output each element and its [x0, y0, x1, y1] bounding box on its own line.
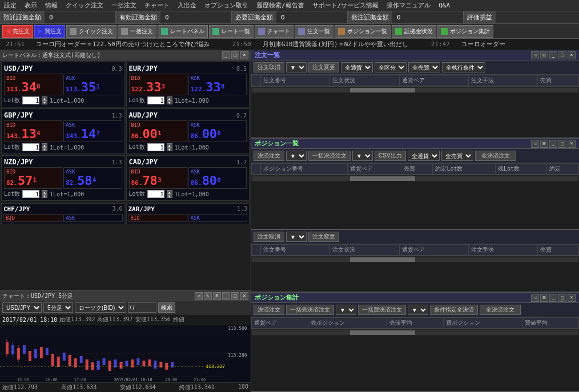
order-cancel-dropdown[interactable]: ▼ — [286, 62, 307, 72]
chart-panel-restore[interactable]: □ — [231, 292, 239, 300]
nzdjpy-bid-box[interactable]: BID 82.571 — [4, 167, 62, 189]
chart-style-select[interactable]: ローソク(BID) — [75, 302, 126, 313]
rate-panel-minimize[interactable]: _ — [222, 51, 230, 59]
audjpy-lot-down[interactable]: ▼ — [167, 147, 172, 151]
gbpjpy-lot-input[interactable] — [22, 143, 39, 151]
menu-view[interactable]: 表示 — [23, 1, 39, 10]
pos-list-icon1[interactable]: ◁ — [531, 140, 539, 148]
cadjpy-lot-down[interactable]: ▼ — [167, 194, 172, 198]
chfjpy-mini-bid[interactable]: BID — [3, 214, 62, 222]
pos-close-button[interactable]: 決済注文 — [254, 151, 284, 161]
order-list-button[interactable]: 注文一覧 — [295, 25, 333, 38]
chart-search-button[interactable]: 検索 — [158, 302, 175, 313]
order-side-filter[interactable]: 全売買 — [408, 62, 440, 72]
order-list-minimize[interactable]: _ — [549, 51, 557, 59]
pos-list-minimize[interactable]: _ — [549, 140, 557, 148]
usdjpy-lot-down[interactable]: ▼ — [42, 100, 47, 104]
eurjpy-lot-down[interactable]: ▼ — [167, 100, 172, 104]
pos-sum-close-button[interactable]: 決済注文 — [254, 305, 284, 315]
order-cancel-button[interactable]: 注文取消 — [254, 62, 284, 72]
eurjpy-lot-input[interactable] — [147, 96, 164, 104]
chart-timeframe-select[interactable]: 5分足 — [43, 302, 73, 313]
pos-close-all-dropdown[interactable]: ▼ — [352, 151, 373, 161]
order-cond-filter[interactable]: 全執行条件 — [442, 62, 485, 72]
pos-sum-close[interactable]: × — [568, 294, 576, 302]
pos-side-filter[interactable]: 全売買 — [441, 151, 473, 161]
gbpjpy-ask-box[interactable]: ASK 143.147 — [63, 120, 122, 142]
pos-currency-filter[interactable]: 全通貨 — [408, 151, 440, 161]
usdjpy-ask-box[interactable]: ASK 113.351 — [63, 74, 122, 95]
bulk-order-button[interactable]: 一括注文 — [118, 25, 156, 38]
order-currency-filter[interactable]: 全通貨 — [341, 62, 373, 72]
menu-support[interactable]: サポート/サービス情報 — [311, 1, 381, 10]
position-list-button[interactable]: ポジション一覧 — [335, 25, 391, 38]
order-type-filter[interactable]: 全区分 — [375, 62, 407, 72]
zarjpy-mini-ask[interactable]: ASK — [188, 214, 247, 222]
rate-panel-button[interactable]: レートパネル — [158, 25, 208, 38]
chart-button[interactable]: チャート — [255, 25, 293, 38]
order2-cancel-button[interactable]: 注文取消 — [254, 232, 284, 242]
menu-settings[interactable]: 設定 — [2, 1, 18, 10]
cadjpy-lot-up[interactable]: ▲ — [167, 190, 172, 194]
nzdjpy-lot-input[interactable] — [22, 190, 39, 198]
menu-history[interactable]: 履歴検索/報告書 — [255, 1, 306, 10]
order-list-icon2[interactable]: ⊞ — [540, 51, 548, 59]
chfjpy-mini-ask[interactable]: ASK — [63, 214, 122, 222]
menu-quick-order[interactable]: クイック注文 — [64, 1, 105, 10]
chart-panel-icon2[interactable]: ✎ — [204, 292, 212, 300]
pos-list-close[interactable]: × — [568, 140, 576, 148]
gbpjpy-lot-up[interactable]: ▲ — [42, 143, 47, 147]
chart-panel-minimize[interactable]: _ — [222, 292, 230, 300]
menu-options[interactable]: オプション取引 — [203, 1, 250, 10]
usdjpy-bid-box[interactable]: BID 113.348 — [4, 74, 62, 95]
pos-sum-close-all3-button[interactable]: 全決済注文 — [480, 305, 521, 315]
menu-manual[interactable]: 操作マニュアル — [385, 1, 432, 10]
audjpy-lot-input[interactable] — [147, 143, 164, 151]
rate-list-button[interactable]: レート一覧 — [209, 25, 254, 38]
menu-qa[interactable]: Q&A — [437, 2, 452, 9]
pos-summary-scrollbar[interactable] — [251, 329, 579, 336]
cadjpy-lot-input[interactable] — [147, 190, 164, 198]
eurjpy-ask-box[interactable]: ASK 122.338 — [188, 74, 247, 95]
gbpjpy-lot-down[interactable]: ▼ — [42, 147, 47, 151]
chart-panel-icon1[interactable]: ◁ — [195, 292, 203, 300]
order2-change-button[interactable]: 注文変更 — [308, 232, 339, 242]
pos-sum-close-all-dropdown[interactable]: ▼ — [336, 305, 356, 315]
eurjpy-lot-up[interactable]: ▲ — [167, 96, 172, 100]
chart-date-input[interactable] — [128, 302, 156, 313]
order-change-button[interactable]: 注文変更 — [308, 62, 339, 72]
eurjpy-bid-box[interactable]: BID 122.333 — [129, 74, 187, 95]
position-summary-button[interactable]: ポジション集計 — [437, 25, 493, 38]
usdjpy-lot-up[interactable]: ▲ — [42, 96, 47, 100]
chart-pair-select[interactable]: USD/JPY — [2, 302, 42, 313]
pos-list-restore[interactable]: □ — [558, 140, 566, 148]
cadjpy-bid-box[interactable]: BID 86.783 — [129, 167, 187, 189]
quick-order-button[interactable]: クイック注文 — [66, 25, 116, 38]
rate-panel-restore[interactable]: □ — [231, 51, 239, 59]
cadjpy-ask-box[interactable]: ASK 86.800 — [188, 167, 247, 189]
pos-csv-button[interactable]: CSV出力 — [375, 151, 406, 161]
margin-status-button[interactable]: 証拠金状況 — [392, 25, 436, 38]
pos-sum-restore[interactable]: □ — [558, 294, 566, 302]
order-list2-scrollbar[interactable] — [251, 256, 579, 262]
nzdjpy-lot-down[interactable]: ▼ — [42, 194, 47, 198]
pos-sum-minimize[interactable]: _ — [549, 294, 557, 302]
audjpy-ask-box[interactable]: ASK 86.008 — [188, 120, 247, 142]
chart-panel-close[interactable]: × — [240, 292, 248, 300]
pos-sum-close-all2-dropdown[interactable]: ▼ — [408, 305, 428, 315]
menu-bulk-order[interactable]: 一括注文 — [110, 1, 138, 10]
order-list-scrollbar[interactable] — [251, 86, 579, 93]
menu-chart[interactable]: チャート — [143, 1, 171, 10]
pos-close-all2-button[interactable]: 全決済注文 — [475, 151, 516, 161]
rate-panel-close[interactable]: × — [240, 51, 248, 59]
audjpy-bid-box[interactable]: BID 86.001 — [129, 120, 187, 142]
order-list-close[interactable]: × — [568, 51, 576, 59]
gbpjpy-bid-box[interactable]: BID 143.134 — [4, 120, 62, 142]
usdjpy-lot-input[interactable] — [22, 96, 39, 104]
zarjpy-mini-bid[interactable]: BID — [128, 214, 187, 222]
chart-panel-icon3[interactable]: ⊞ — [213, 292, 221, 300]
pos-close-dropdown[interactable]: ▼ — [286, 151, 307, 161]
audjpy-lot-up[interactable]: ▲ — [167, 143, 172, 147]
sell-order-button[interactable]: 売注文 — [2, 25, 33, 38]
nzdjpy-lot-up[interactable]: ▲ — [42, 190, 47, 194]
